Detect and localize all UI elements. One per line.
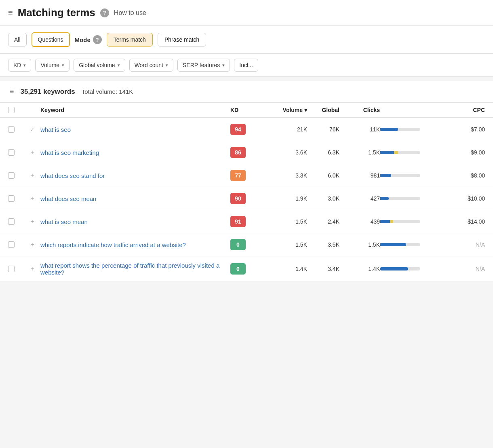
incl-filter-label: Incl... [239, 62, 253, 68]
kd-badge: 86 [230, 147, 246, 158]
row-check-icon: ✓ [24, 126, 40, 133]
clicks-value: 981 [339, 172, 380, 179]
volume-chevron-icon: ▾ [62, 63, 64, 68]
incl-filter-button[interactable]: Incl... [234, 59, 258, 72]
header: ≡ Matching terms ? How to use [0, 0, 493, 26]
how-to-use-link[interactable]: How to use [114, 9, 146, 17]
serp-features-chevron-icon: ▾ [222, 63, 225, 68]
volume-value: 21K [263, 126, 307, 133]
row-checkbox[interactable] [8, 126, 24, 133]
table-row: + what is seo marketing 86 3.6K 6.3K 1.5… [0, 141, 493, 164]
table-row: + what does seo stand for 77 3.3K 6.0K 9… [0, 164, 493, 187]
row-add-icon[interactable]: + [24, 265, 40, 273]
col-clicks: Clicks [339, 107, 380, 113]
col-checkbox[interactable] [8, 107, 24, 113]
volume-value: 1.9K [263, 195, 307, 202]
serp-features-filter-label: SERP features [183, 62, 220, 68]
phrase-match-button[interactable]: Phrase match [158, 33, 206, 46]
mode-label: Mode ? [75, 35, 102, 44]
word-count-filter-button[interactable]: Word count ▾ [129, 59, 173, 72]
volume-value: 3.3K [263, 172, 307, 179]
row-checkbox[interactable] [8, 218, 24, 225]
cpc-value: $14.00 [445, 218, 485, 225]
col-volume[interactable]: Volume ▾ [263, 107, 307, 113]
cpc-value: N/A [445, 241, 485, 248]
keyword-link[interactable]: what report shows the percentage of traf… [40, 262, 219, 276]
volume-value: 1.5K [263, 241, 307, 248]
select-all-checkbox[interactable] [8, 107, 15, 113]
col-cpc: CPC [445, 107, 485, 113]
volume-value: 1.4K [263, 266, 307, 272]
hamburger-icon[interactable]: ≡ [8, 8, 13, 17]
serp-features-filter-button[interactable]: SERP features ▾ [177, 59, 230, 72]
table-row: + what is seo mean 91 1.5K 2.4K 439 $14.… [0, 210, 493, 233]
global-value: 6.3K [307, 149, 339, 156]
clicks-value: 1.4K [339, 266, 380, 272]
row-add-icon[interactable]: + [24, 172, 40, 179]
filters-bar: All Questions Mode ? Terms match Phrase … [0, 26, 493, 54]
help-icon[interactable]: ? [100, 8, 109, 17]
clicks-bar [380, 197, 445, 200]
keyword-link[interactable]: what is seo mean [40, 218, 88, 225]
table-row: + what report shows the percentage of tr… [0, 256, 493, 282]
global-value: 76K [307, 126, 339, 133]
terms-match-button[interactable]: Terms match [107, 33, 153, 46]
table-row: + what does seo mean 90 1.9K 3.0K 427 $1… [0, 187, 493, 210]
volume-value: 3.6K [263, 149, 307, 156]
cpc-value: $8.00 [445, 172, 485, 179]
clicks-value: 1.5K [339, 149, 380, 156]
clicks-value: 11K [339, 126, 380, 133]
keyword-link[interactable]: what is seo marketing [40, 149, 99, 156]
volume-filter-button[interactable]: Volume ▾ [35, 59, 70, 72]
global-volume-filter-button[interactable]: Global volume ▾ [74, 59, 125, 72]
row-add-icon[interactable]: + [24, 149, 40, 156]
keyword-link[interactable]: what does seo stand for [40, 172, 105, 179]
filter-questions-button[interactable]: Questions [32, 32, 70, 47]
col-kd: KD [230, 107, 263, 113]
row-add-icon[interactable]: + [24, 195, 40, 202]
global-value: 6.0K [307, 172, 339, 179]
clicks-bar [380, 174, 445, 177]
cpc-value: N/A [445, 266, 485, 272]
global-value: 2.4K [307, 218, 339, 225]
keyword-link[interactable]: which reports indicate how traffic arriv… [40, 241, 186, 248]
global-value: 3.4K [307, 266, 339, 272]
filter-all-button[interactable]: All [8, 33, 27, 46]
dropdowns-bar: KD ▾ Volume ▾ Global volume ▾ Word count… [0, 54, 493, 77]
word-count-filter-label: Word count [135, 62, 163, 68]
total-volume: Total volume: 141K [82, 88, 133, 95]
cpc-value: $7.00 [445, 126, 485, 133]
kd-badge: 91 [230, 216, 246, 227]
row-checkbox[interactable] [8, 266, 24, 272]
mode-help-icon[interactable]: ? [93, 35, 102, 44]
row-checkbox[interactable] [8, 172, 24, 179]
keyword-link[interactable]: what does seo mean [40, 195, 96, 202]
row-checkbox[interactable] [8, 195, 24, 202]
kd-badge: 77 [230, 170, 246, 181]
kd-filter-button[interactable]: KD ▾ [8, 59, 31, 72]
kd-badge: 90 [230, 193, 246, 204]
page-title: Matching terms [18, 6, 95, 19]
kd-badge: 0 [230, 263, 246, 275]
row-add-icon[interactable]: + [24, 241, 40, 248]
clicks-value: 1.5K [339, 241, 380, 248]
table-header: Keyword KD Volume ▾ Global Clicks CPC [0, 103, 493, 118]
row-checkbox[interactable] [8, 149, 24, 156]
keyword-link[interactable]: what is seo [40, 126, 71, 133]
keywords-table: Keyword KD Volume ▾ Global Clicks CPC ✓ … [0, 103, 493, 282]
global-value: 3.5K [307, 241, 339, 248]
row-add-icon[interactable]: + [24, 218, 40, 225]
clicks-bar [380, 243, 445, 246]
sort-icon[interactable]: ≡ [10, 87, 14, 96]
clicks-bar [380, 220, 445, 223]
volume-value: 1.5K [263, 218, 307, 225]
clicks-value: 427 [339, 195, 380, 202]
row-checkbox[interactable] [8, 241, 24, 248]
kd-filter-label: KD [13, 62, 21, 68]
word-count-chevron-icon: ▾ [166, 63, 168, 68]
clicks-bar [380, 267, 445, 270]
col-clicks-bar [380, 107, 445, 113]
global-value: 3.0K [307, 195, 339, 202]
keywords-count: 35,291 keywords [21, 88, 75, 96]
clicks-bar [380, 151, 445, 154]
